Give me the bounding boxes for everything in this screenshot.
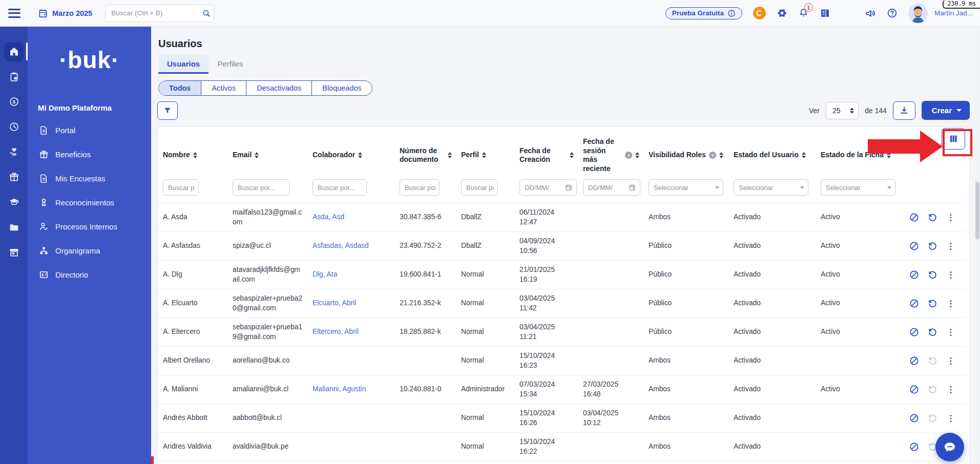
row-menu-icon[interactable] xyxy=(946,413,956,424)
sidebar-item-portal[interactable]: Portal xyxy=(28,118,151,142)
rail-item-clipboard[interactable] xyxy=(0,64,28,89)
cell-nombre: A. Asfasdas xyxy=(158,232,227,261)
period-selector[interactable]: Marzo 2025 xyxy=(38,8,92,18)
create-button[interactable]: Crear xyxy=(922,101,970,120)
row-menu-icon[interactable] xyxy=(946,327,956,338)
download-button[interactable] xyxy=(893,101,915,120)
rail-item-clock[interactable] xyxy=(0,114,28,139)
row-menu-icon[interactable] xyxy=(946,385,956,395)
column-filter-input[interactable] xyxy=(466,184,494,192)
row-restore-icon xyxy=(927,384,938,395)
row-block-icon[interactable] xyxy=(909,241,920,251)
row-block-icon[interactable] xyxy=(909,355,920,366)
date-filter-text[interactable] xyxy=(525,184,562,192)
row-menu-icon[interactable] xyxy=(946,270,956,280)
column-header-perfil[interactable]: Perfil xyxy=(456,127,514,176)
rail-item-money[interactable]: $ xyxy=(0,89,28,114)
rail-item-home[interactable] xyxy=(0,39,28,64)
row-block-icon[interactable] xyxy=(909,413,920,424)
help-icon[interactable]: ? xyxy=(625,152,632,159)
table-row: A. Asfasdasspiza@uc.clAsfasdas, Asdasd23… xyxy=(158,232,965,261)
column-filter-input[interactable] xyxy=(318,184,363,192)
sidebar-item-procesos-internos[interactable]: Procesos Internos xyxy=(28,215,151,239)
date-filter-input[interactable] xyxy=(583,179,640,196)
column-filter-select[interactable]: Seleccionar xyxy=(734,179,808,196)
row-restore-icon[interactable] xyxy=(927,241,938,251)
help-icon[interactable] xyxy=(887,8,898,18)
row-restore-icon[interactable] xyxy=(927,269,938,280)
row-menu-icon[interactable] xyxy=(946,356,956,366)
column-header-fecha-de-creaci-n[interactable]: Fecha de Creación xyxy=(514,127,578,176)
column-filter-input[interactable] xyxy=(405,184,435,192)
status-filter-activos[interactable]: Activos xyxy=(201,81,246,95)
row-block-icon[interactable] xyxy=(909,441,920,452)
colaborador-link[interactable]: Asfasdas, Asdasd xyxy=(312,242,369,249)
rail-item-store[interactable] xyxy=(0,240,28,265)
rail-item-graduation[interactable] xyxy=(0,189,28,215)
filter-button[interactable] xyxy=(157,101,178,120)
colaborador-link[interactable]: Eltercero, Abril xyxy=(312,328,359,335)
row-menu-icon[interactable] xyxy=(946,299,956,309)
status-filter-todos[interactable]: Todos xyxy=(159,81,201,95)
row-block-icon[interactable] xyxy=(909,298,920,309)
row-restore-icon[interactable] xyxy=(927,212,938,223)
column-header-estado-del-usuario[interactable]: Estado del Usuario xyxy=(728,127,816,176)
cell-perfil: Administrador xyxy=(456,375,514,404)
row-block-icon[interactable] xyxy=(909,327,920,338)
rail-item-hand-heart[interactable] xyxy=(0,139,28,164)
page-scrollbar-thumb[interactable] xyxy=(975,182,979,239)
rail-item-gift[interactable] xyxy=(0,164,28,189)
column-filter-select[interactable]: Seleccionar xyxy=(649,179,723,196)
sidebar-item-organigrama[interactable]: Organigrama xyxy=(28,239,151,263)
column-header-colaborador[interactable]: Colaborador xyxy=(307,127,394,176)
column-filter-input[interactable] xyxy=(238,184,286,192)
sidebar-item-mis-encuestas[interactable]: Mis Encuestas xyxy=(28,166,151,191)
annotation-arrow xyxy=(868,139,922,154)
row-block-icon[interactable] xyxy=(909,269,920,280)
status-filter-bloqueados[interactable]: Bloqueados xyxy=(312,81,372,95)
sidebar-item-beneficios[interactable]: Beneficios xyxy=(28,142,151,166)
sidebar-item-directorio[interactable]: Directorio xyxy=(28,263,151,287)
column-header-fecha-de-sesi-n-m-s-reciente[interactable]: Fecha de sesión más reciente? xyxy=(578,127,643,176)
status-filter-desactivados[interactable]: Desactivados xyxy=(246,81,312,95)
board-icon[interactable] xyxy=(820,8,830,18)
column-header-n-mero-de-documento[interactable]: Número de documento xyxy=(394,127,456,176)
row-block-icon[interactable] xyxy=(909,212,920,223)
date-filter-text[interactable] xyxy=(588,184,626,192)
colaborador-link[interactable]: Malianni, Agustin xyxy=(312,385,366,393)
colaborador-link[interactable]: Dlg, Ata xyxy=(312,270,337,278)
tab-perfiles[interactable]: Perfiles xyxy=(208,55,252,74)
global-search[interactable] xyxy=(106,5,214,22)
tab-usuarios[interactable]: Usuarios xyxy=(158,55,208,74)
sidebar-item-label: Portal xyxy=(55,126,75,135)
colaborador-link[interactable]: Elcuarto, Abril xyxy=(312,299,356,307)
row-block-icon[interactable] xyxy=(909,384,920,395)
sidebar-item-reconocimientos[interactable]: Reconocimientos xyxy=(28,191,151,215)
date-filter-input[interactable] xyxy=(519,179,577,196)
chat-button[interactable] xyxy=(935,433,964,461)
row-menu-icon[interactable] xyxy=(946,213,956,223)
user-name[interactable]: Martín Jad... xyxy=(934,9,973,17)
column-header-visibilidad-roles[interactable]: Visibilidad Roles? xyxy=(643,127,728,176)
rewards-button[interactable] xyxy=(753,7,766,19)
avatar[interactable] xyxy=(908,4,928,23)
colaborador-link[interactable]: Asda, Asd xyxy=(312,213,344,221)
row-restore-icon[interactable] xyxy=(927,298,938,309)
help-icon[interactable]: ? xyxy=(709,152,716,159)
gear-icon[interactable] xyxy=(777,8,787,18)
cell-email: sebaspizaler+prueba20@gmail.com xyxy=(227,289,307,318)
table-row: A. Dlgatavaradjkljfkfds@gmail.comDlg, At… xyxy=(158,261,965,289)
search-input[interactable] xyxy=(111,9,202,17)
notifications-button[interactable]: 1 xyxy=(798,8,809,18)
trial-badge[interactable]: Prueba Gratuita xyxy=(665,7,742,19)
column-header-email[interactable]: Email xyxy=(227,127,307,176)
row-menu-icon[interactable] xyxy=(946,241,956,251)
rail-item-folder[interactable] xyxy=(0,215,28,240)
column-header-nombre[interactable]: Nombre xyxy=(158,127,227,176)
hamburger-menu-icon[interactable] xyxy=(8,9,20,18)
page-size-stepper[interactable]: 25 xyxy=(826,102,859,119)
megaphone-icon[interactable] xyxy=(865,8,876,19)
column-filter-select[interactable]: Seleccionar xyxy=(821,179,895,196)
row-restore-icon[interactable] xyxy=(927,327,938,338)
column-filter-input[interactable] xyxy=(168,184,195,192)
